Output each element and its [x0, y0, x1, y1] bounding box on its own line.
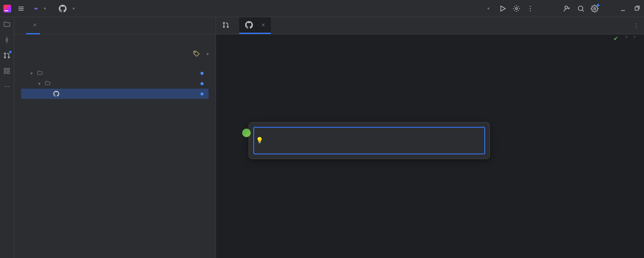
svg-rect-21 — [8, 68, 10, 71]
github-icon — [53, 91, 60, 97]
search-icon[interactable] — [577, 5, 585, 12]
chevron-down-icon: ▾ — [73, 6, 75, 11]
titlebar: ▾ ▾ ▾ — [0, 0, 644, 17]
svg-rect-23 — [8, 72, 10, 74]
svg-point-27 — [195, 52, 196, 53]
debug-icon[interactable] — [513, 5, 520, 12]
close-icon[interactable]: × — [33, 22, 36, 28]
avatar — [242, 129, 251, 137]
editor-tabs: × — [216, 17, 644, 34]
tabs-menu-icon[interactable] — [629, 17, 644, 34]
folder-icon — [44, 80, 51, 86]
tree-folder[interactable]: ▾ — [21, 78, 209, 89]
tree-file[interactable] — [21, 89, 209, 99]
svg-point-5 — [530, 6, 531, 6]
tab-pr[interactable] — [216, 17, 239, 34]
svg-point-24 — [4, 86, 5, 87]
changes-tree: ▾ ▾ — [21, 68, 209, 99]
pr-ref-selector[interactable]: ▾ — [55, 3, 78, 14]
svg-point-14 — [6, 39, 8, 41]
change-dot-icon — [200, 82, 204, 85]
comment-input[interactable]: 💡 — [253, 127, 485, 154]
settings-icon[interactable] — [591, 5, 598, 12]
bulb-icon[interactable]: 💡 — [256, 135, 263, 145]
change-dot-icon — [200, 72, 204, 75]
review-comment-popup: 💡 — [249, 122, 490, 159]
svg-point-32 — [636, 25, 637, 26]
tag-icon — [193, 50, 200, 58]
svg-point-18 — [4, 57, 6, 58]
svg-marker-3 — [501, 6, 506, 11]
chevron-down-icon: ▾ — [487, 6, 489, 11]
commit-tool-icon[interactable] — [3, 36, 11, 44]
tab-file[interactable]: × — [239, 17, 271, 34]
chevron-down-icon: ▾ — [38, 81, 43, 86]
svg-point-29 — [223, 26, 225, 28]
pull-request-icon — [222, 21, 230, 29]
svg-rect-22 — [4, 72, 6, 74]
svg-point-25 — [6, 86, 7, 87]
chevron-down-icon: ▾ — [44, 6, 46, 11]
sidebar-crumb: × — [14, 17, 216, 34]
editor-area: × ✔ ˄ ˅ 💡 — [216, 17, 644, 258]
svg-line-10 — [582, 10, 583, 11]
crumb-tab[interactable]: × — [26, 17, 40, 34]
pr-sidebar: × ▾ — [14, 17, 216, 258]
more-tool-icon[interactable] — [3, 83, 11, 90]
svg-point-33 — [636, 27, 637, 28]
svg-point-9 — [578, 6, 583, 11]
svg-rect-20 — [4, 68, 6, 71]
code-editor[interactable]: 💡 — [216, 34, 644, 258]
svg-point-17 — [4, 53, 6, 54]
chevron-down-icon: ▾ — [207, 52, 209, 56]
main-menu-icon[interactable] — [17, 5, 25, 12]
svg-point-19 — [8, 57, 9, 58]
tree-root[interactable]: ▾ — [21, 68, 209, 78]
svg-point-8 — [565, 6, 568, 9]
structure-tool-icon[interactable] — [3, 67, 11, 75]
run-config-selector[interactable]: ▾ — [480, 5, 493, 12]
svg-rect-13 — [635, 7, 638, 10]
svg-point-6 — [530, 8, 531, 9]
minimize-icon[interactable] — [619, 5, 627, 12]
pull-requests-tool-icon[interactable] — [3, 52, 11, 59]
svg-point-11 — [594, 7, 596, 9]
add-user-icon[interactable] — [563, 5, 571, 12]
svg-point-4 — [516, 7, 518, 9]
svg-point-28 — [223, 22, 225, 24]
run-icon[interactable] — [499, 5, 507, 12]
left-tool-rail — [0, 17, 14, 258]
branch-chip[interactable]: ▾ — [193, 50, 209, 58]
svg-point-7 — [530, 10, 531, 11]
svg-point-31 — [636, 23, 637, 24]
project-selector[interactable]: ▾ — [31, 5, 49, 12]
ide-logo-icon — [3, 5, 11, 12]
svg-point-26 — [8, 86, 9, 87]
svg-point-30 — [227, 26, 228, 28]
more-vertical-icon[interactable] — [526, 5, 534, 12]
project-badge — [34, 8, 38, 9]
change-dot-icon — [200, 92, 204, 95]
folder-icon — [36, 70, 43, 76]
github-icon — [59, 5, 67, 12]
chevron-down-icon: ▾ — [30, 71, 35, 76]
github-icon — [245, 21, 253, 29]
close-icon[interactable]: × — [261, 22, 265, 28]
restore-icon[interactable] — [633, 5, 641, 12]
project-tool-icon[interactable] — [3, 21, 11, 28]
